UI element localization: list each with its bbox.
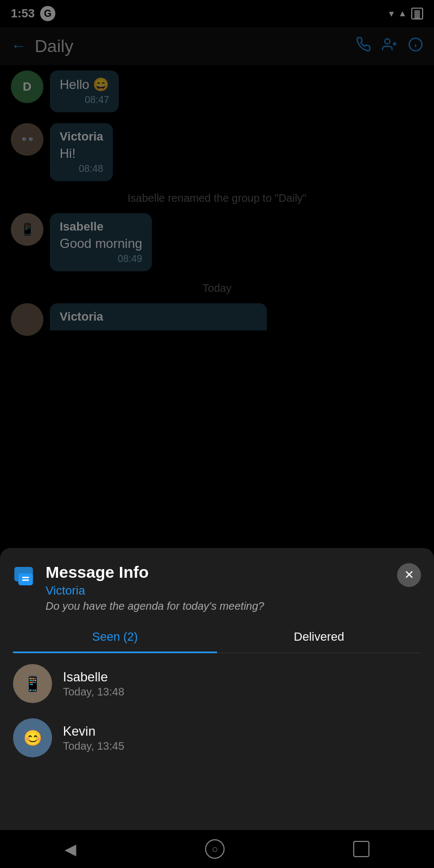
sheet-sender: Victoria bbox=[46, 584, 397, 598]
tab-seen[interactable]: Seen (2) bbox=[13, 621, 217, 653]
sheet-message-preview: Do you have the agenda for today's meeti… bbox=[46, 600, 397, 612]
seen-avatar-isabelle: 📱 bbox=[13, 664, 52, 703]
seen-name: Isabelle bbox=[63, 669, 124, 685]
message-info-tabs: Seen (2) Delivered bbox=[13, 621, 421, 653]
seen-info-isabelle: Isabelle Today, 13:48 bbox=[63, 669, 124, 698]
sheet-title: Message Info bbox=[46, 563, 397, 582]
seen-name: Kevin bbox=[63, 724, 124, 739]
message-info-sheet: Message Info Victoria Do you have the ag… bbox=[0, 548, 434, 830]
close-button[interactable]: ✕ bbox=[397, 563, 421, 587]
sheet-title-area: Message Info Victoria Do you have the ag… bbox=[46, 563, 397, 612]
seen-info-kevin: Kevin Today, 13:45 bbox=[63, 724, 124, 752]
svg-rect-7 bbox=[18, 573, 33, 585]
tab-delivered[interactable]: Delivered bbox=[217, 621, 421, 653]
sheet-header: Message Info Victoria Do you have the ag… bbox=[0, 548, 434, 621]
seen-item: 😊 Kevin Today, 13:45 bbox=[13, 718, 421, 757]
seen-avatar-kevin: 😊 bbox=[13, 718, 52, 757]
seen-time: Today, 13:45 bbox=[63, 740, 124, 752]
seen-time: Today, 13:48 bbox=[63, 686, 124, 698]
message-info-icon bbox=[13, 564, 37, 593]
seen-item: 📱 Isabelle Today, 13:48 bbox=[13, 664, 421, 703]
seen-list: 📱 Isabelle Today, 13:48 😊 Kevin Today, 1… bbox=[0, 653, 434, 783]
